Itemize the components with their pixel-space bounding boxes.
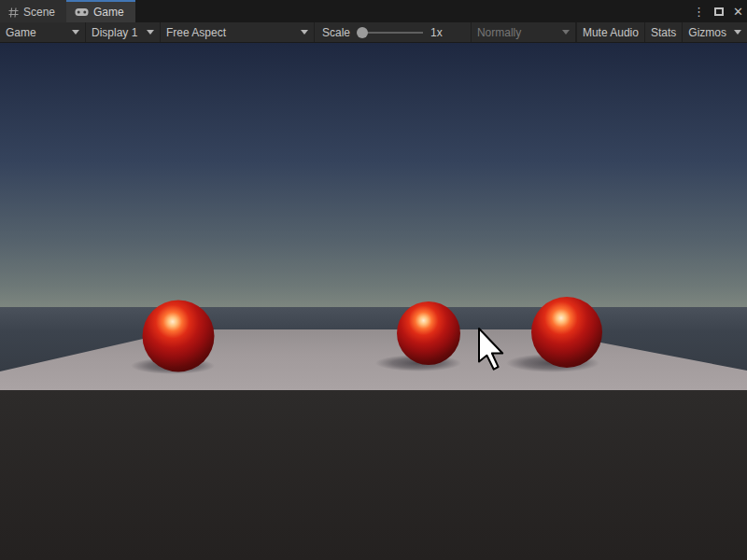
toolbar-spacer [450,22,471,42]
scale-label: Scale [322,26,350,39]
display-label: Display 1 [92,26,139,39]
scale-control: Scale 1x [315,22,450,42]
stats-button[interactable]: Stats [645,22,683,42]
mute-audio-label: Mute Audio [583,26,639,39]
display-dropdown[interactable]: Display 1 [86,22,161,42]
tab-scene[interactable]: Scene [0,0,66,22]
gamepad-icon [75,7,89,17]
gizmos-label: Gizmos [688,26,726,39]
view-target-label: Game [6,26,64,39]
skybox-ground [0,390,747,560]
red-sphere [531,297,602,368]
scale-slider[interactable] [358,27,423,38]
mute-audio-button[interactable]: Mute Audio [576,22,645,42]
red-sphere [397,301,460,365]
play-mode-label: Normally [477,26,555,39]
skybox-sky [0,43,747,307]
gizmos-dropdown[interactable]: Gizmos [683,22,747,42]
tab-label: Scene [23,6,55,19]
window-controls: ⋮ ✕ [693,0,743,22]
chevron-down-icon [562,30,570,35]
game-view-window: Scene Game ⋮ ✕ Game Display 1 [0,0,747,560]
slider-thumb[interactable] [357,27,368,38]
close-icon[interactable]: ✕ [733,6,743,18]
maximize-icon[interactable] [714,7,724,16]
game-viewport[interactable] [0,43,747,560]
tab-bar: Scene Game ⋮ ✕ [0,0,747,22]
grid-icon [8,7,19,18]
red-sphere [143,301,215,372]
play-mode-dropdown: Normally [471,22,576,42]
kebab-menu-icon[interactable]: ⋮ [693,6,705,18]
chevron-down-icon [301,30,308,35]
aspect-ratio-dropdown[interactable]: Free Aspect [161,22,315,42]
chevron-down-icon [147,30,154,35]
game-view-toolbar: Game Display 1 Free Aspect Scale 1x Norm… [0,22,747,43]
scale-value: 1x [430,26,443,39]
tab-label: Game [93,6,124,19]
aspect-ratio-label: Free Aspect [166,26,293,39]
chevron-down-icon [734,30,741,35]
chevron-down-icon [72,30,79,35]
tab-game[interactable]: Game [66,0,135,22]
stats-label: Stats [651,26,676,39]
view-target-dropdown[interactable]: Game [0,22,86,42]
